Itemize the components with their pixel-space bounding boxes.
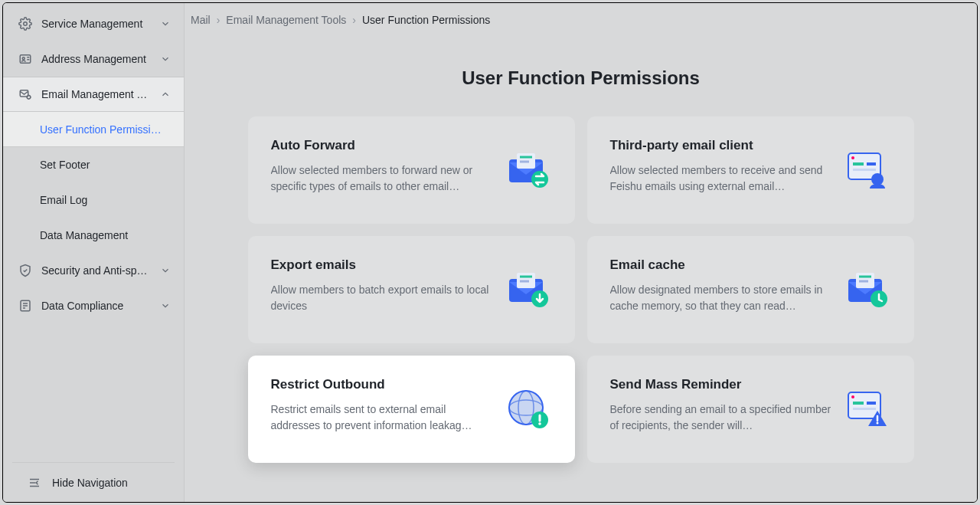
chevron-down-icon — [159, 53, 172, 65]
card-desc: Allow selected members to forward new or… — [271, 162, 494, 195]
mail-settings-icon — [18, 87, 32, 101]
card-grid: Auto Forward Allow selected members to f… — [248, 116, 914, 463]
sidebar-item-address-management[interactable]: Address Management — [3, 41, 184, 77]
chevron-right-icon: › — [217, 14, 220, 26]
svg-point-41 — [538, 422, 541, 425]
chevron-right-icon: › — [352, 14, 356, 26]
sidebar-submenu: User Function Permissi… Set Footer Email… — [3, 112, 184, 253]
breadcrumb-item[interactable]: Mail — [191, 14, 211, 26]
svg-point-18 — [531, 171, 548, 188]
envelope-clock-icon — [842, 265, 891, 314]
gear-icon — [18, 17, 32, 31]
card-desc: Restrict emails sent to external email a… — [271, 402, 494, 434]
envelope-download-icon — [503, 265, 552, 314]
sidebar-item-label: Service Management — [41, 18, 150, 30]
card-title: Restrict Outbound — [271, 377, 494, 392]
card-desc: Allow members to batch export emails to … — [271, 282, 494, 314]
hide-navigation-label: Hide Navigation — [52, 477, 128, 489]
card-send-mass-reminder[interactable]: Send Mass Reminder Before sending an ema… — [587, 356, 914, 463]
chevron-down-icon — [159, 300, 172, 312]
svg-rect-44 — [853, 402, 864, 405]
svg-point-20 — [851, 156, 854, 159]
card-title: Third-party email client — [610, 138, 833, 153]
svg-point-24 — [871, 173, 884, 185]
sidebar-item-email-management-tools[interactable]: Email Management To… — [3, 77, 184, 112]
svg-point-2 — [22, 57, 24, 60]
svg-point-0 — [24, 22, 28, 26]
svg-point-48 — [876, 422, 878, 425]
card-title: Email cache — [610, 257, 833, 273]
card-export-emails[interactable]: Export emails Allow members to batch exp… — [248, 236, 575, 343]
sidebar-item-label: Data Compliance — [41, 300, 150, 312]
card-desc: Allow selected members to receive and se… — [610, 162, 833, 195]
sidebar-subitem-set-footer[interactable]: Set Footer — [3, 147, 184, 182]
card-third-party-client[interactable]: Third-party email client Allow selected … — [587, 116, 914, 224]
card-desc: Allow designated members to store emails… — [610, 282, 833, 314]
globe-alert-icon — [503, 385, 552, 434]
main-content: Mail › Email Management Tools › User Fun… — [185, 3, 977, 502]
compliance-icon — [18, 299, 32, 313]
sidebar-item-security[interactable]: Security and Anti-spam — [3, 253, 184, 288]
chevron-down-icon — [159, 18, 172, 30]
app-window: Service Management Address Management — [2, 2, 978, 503]
svg-rect-5 — [20, 90, 28, 97]
window-user-icon — [842, 146, 891, 195]
sidebar-item-label: Security and Anti-spam — [41, 264, 150, 277]
svg-rect-45 — [867, 402, 876, 405]
card-title: Export emails — [271, 257, 494, 273]
card-restrict-outbound[interactable]: Restrict Outbound Restrict emails sent t… — [248, 356, 575, 463]
card-auto-forward[interactable]: Auto Forward Allow selected members to f… — [248, 116, 575, 224]
sidebar-subitem-data-management[interactable]: Data Management — [3, 218, 184, 253]
card-title: Auto Forward — [271, 138, 494, 153]
svg-rect-22 — [867, 162, 876, 166]
svg-rect-46 — [853, 408, 876, 410]
svg-point-6 — [27, 96, 31, 100]
svg-rect-23 — [853, 169, 876, 171]
sidebar-nav: Service Management Address Management — [3, 3, 184, 462]
card-title: Send Mass Reminder — [610, 377, 833, 392]
svg-rect-21 — [853, 162, 864, 166]
sidebar-item-data-compliance[interactable]: Data Compliance — [3, 288, 184, 323]
sidebar-item-label: Email Management To… — [41, 88, 150, 100]
address-card-icon — [18, 52, 32, 66]
chevron-up-icon — [159, 88, 172, 100]
breadcrumb-item[interactable]: Email Management Tools — [226, 14, 346, 26]
hide-navigation-button[interactable]: Hide Navigation — [12, 462, 175, 502]
sidebar-subitem-email-log[interactable]: Email Log — [3, 182, 184, 218]
svg-point-43 — [851, 395, 854, 398]
card-email-cache[interactable]: Email cache Allow designated members to … — [587, 236, 914, 343]
sidebar-subitem-user-function-permissions[interactable]: User Function Permissi… — [3, 112, 184, 147]
window-warning-icon — [842, 385, 891, 434]
breadcrumb-item-current: User Function Permissions — [362, 14, 490, 26]
shield-icon — [18, 264, 32, 277]
sidebar-item-service-management[interactable]: Service Management — [3, 6, 184, 41]
collapse-icon — [28, 476, 41, 490]
sidebar-item-label: Address Management — [41, 53, 150, 65]
content-area: User Function Permissions Auto Forward A… — [185, 37, 977, 502]
card-desc: Before sending an email to a specified n… — [610, 402, 833, 434]
breadcrumb: Mail › Email Management Tools › User Fun… — [185, 3, 977, 37]
page-title: User Function Permissions — [215, 67, 946, 89]
chevron-down-icon — [159, 264, 172, 277]
envelope-swap-icon — [503, 146, 552, 195]
sidebar: Service Management Address Management — [3, 3, 185, 502]
